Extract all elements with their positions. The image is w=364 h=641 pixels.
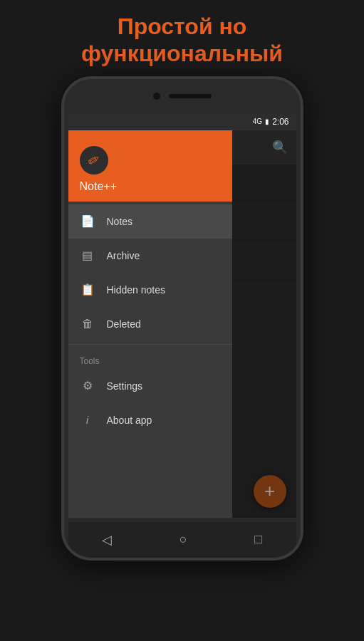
app-name: Note++ <box>80 180 117 193</box>
drawer-item-archive[interactable]: ▤ Archive <box>68 239 232 273</box>
recent-button[interactable] <box>254 532 262 547</box>
battery-icon: ▮ <box>265 118 269 125</box>
title-line1: Простой но <box>118 14 247 39</box>
about-icon: i <box>80 412 95 428</box>
clock: 2:06 <box>272 117 288 127</box>
pencil-icon: ✏ <box>84 150 103 170</box>
settings-label: Settings <box>107 380 143 392</box>
hidden-notes-icon: 📋 <box>80 282 95 298</box>
phone-device: 4G ▮ 2:06 🔍 ... 29/10/2016 14:02 29/10/2… <box>61 76 303 561</box>
about-label: About app <box>107 415 152 426</box>
drawer-item-about[interactable]: i About app <box>68 403 232 437</box>
title-line2: функциональный <box>81 41 283 66</box>
archive-icon: ▤ <box>80 248 95 264</box>
drawer-item-hidden-notes[interactable]: 📋 Hidden notes <box>68 273 232 307</box>
status-icons: 4G ▮ 2:06 <box>253 117 289 127</box>
notes-icon: 📄 <box>80 214 95 229</box>
status-bar: 4G ▮ 2:06 <box>68 113 296 130</box>
phone-speaker <box>169 94 212 98</box>
home-button[interactable] <box>180 532 187 547</box>
archive-label: Archive <box>107 250 140 261</box>
bottom-nav-bar <box>68 522 296 558</box>
drawer-item-notes[interactable]: 📄 Notes <box>68 204 232 239</box>
phone-screen: 4G ▮ 2:06 🔍 ... 29/10/2016 14:02 29/10/2… <box>68 113 296 518</box>
notes-label: Notes <box>107 216 133 227</box>
drawer-item-deleted[interactable]: 🗑 Deleted <box>68 307 232 341</box>
main-content: 🔍 ... 29/10/2016 14:02 29/10/2016 14:00 … <box>68 130 296 518</box>
navigation-drawer: ✏ Note++ 📄 Notes ▤ Archive <box>68 130 232 518</box>
phone-camera <box>153 93 160 100</box>
back-button[interactable] <box>102 532 112 548</box>
tools-section-title: Tools <box>68 348 232 369</box>
deleted-icon: 🗑 <box>80 316 95 332</box>
phone-top-bar <box>64 79 301 113</box>
page-title: Простой но функциональный <box>60 0 304 76</box>
app-icon: ✏ <box>80 146 108 174</box>
drawer-menu: 📄 Notes ▤ Archive 📋 Hidden notes <box>68 202 232 518</box>
drawer-divider <box>68 344 232 345</box>
signal-icon: 4G <box>253 118 262 125</box>
hidden-notes-label: Hidden notes <box>107 284 166 296</box>
drawer-header: ✏ Note++ <box>68 130 232 202</box>
settings-icon: ⚙ <box>80 378 95 394</box>
drawer-item-settings[interactable]: ⚙ Settings <box>68 369 232 403</box>
deleted-label: Deleted <box>107 318 141 330</box>
